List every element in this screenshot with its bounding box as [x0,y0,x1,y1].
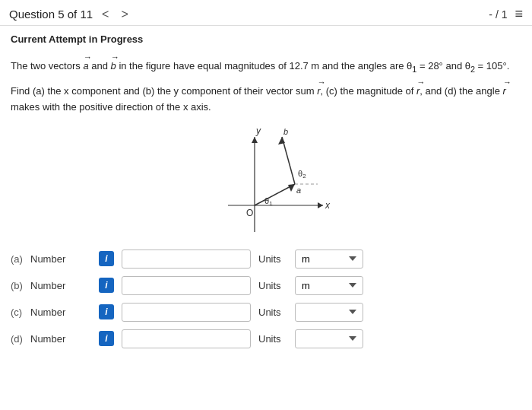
units-select-a[interactable]: m cm km [295,249,363,269]
units-select-d[interactable]: ° rad [295,329,363,348]
answer-row-d: (d) Number i Units ° rad [11,329,521,348]
units-label-b: Units [258,280,287,291]
figure-area: x y O a θ1 b θ2 [11,122,521,243]
units-select-b[interactable]: m cm km [295,276,363,295]
svg-line-11 [282,137,295,184]
top-bar: Question 5 of 11 < > - / 1 ≡ [0,0,532,26]
vector-r2: →r [416,76,420,100]
units-label-a: Units [258,253,287,265]
answer-row-b: (b) Number i Units m cm km [11,276,521,295]
top-right: - / 1 ≡ [489,6,523,22]
top-left: Question 5 of 11 < > [9,8,131,21]
vector-a: →a [83,51,88,75]
info-button-c[interactable]: i [99,304,114,319]
number-input-a[interactable] [122,249,251,269]
vector-r3: →r [502,76,505,100]
vector-diagram: x y O a θ1 b θ2 [182,122,350,243]
svg-text:a: a [296,186,301,195]
problem-text: The two vectors →a and →b in the figure … [11,51,521,116]
units-label-c: Units [258,307,287,318]
next-button[interactable]: > [118,8,131,21]
menu-icon[interactable]: ≡ [515,6,523,22]
svg-marker-8 [288,184,295,192]
score-label: - / 1 [489,8,507,21]
answer-rows: (a) Number i Units m cm km (b) Number i … [11,249,521,348]
row-letter-a: (a) [11,253,23,265]
svg-marker-3 [252,137,258,143]
units-label-d: Units [258,333,287,345]
number-input-c[interactable] [122,303,251,322]
prev-button[interactable]: < [99,8,112,21]
svg-text:y: y [255,126,261,136]
info-button-b[interactable]: i [99,278,114,293]
svg-text:b: b [283,127,288,136]
svg-text:θ2: θ2 [298,169,306,180]
row-label-a: Number [30,253,91,265]
svg-text:x: x [325,200,331,211]
number-input-d[interactable] [122,329,251,348]
svg-line-7 [255,184,295,205]
svg-text:O: O [246,208,253,218]
question-label: Question 5 of 11 [9,8,93,21]
vector-b: →b [111,51,116,75]
svg-marker-2 [318,202,323,208]
vector-r: →r [317,76,320,100]
svg-text:θ1: θ1 [264,196,273,207]
content-area: Current Attempt in Progress The two vect… [0,26,532,356]
answer-row-c: (c) Number i Units m cm [11,303,521,322]
row-letter-b: (b) [11,280,23,291]
info-button-a[interactable]: i [99,251,114,266]
info-button-d[interactable]: i [99,331,114,346]
units-select-c[interactable]: m cm [295,303,363,322]
row-letter-d: (d) [11,333,23,345]
row-label-d: Number [30,333,91,345]
row-label-c: Number [30,307,91,318]
answer-row-a: (a) Number i Units m cm km [11,249,521,269]
row-label-b: Number [30,280,91,291]
number-input-b[interactable] [122,276,251,295]
attempt-label: Current Attempt in Progress [11,33,521,45]
row-letter-c: (c) [11,307,23,318]
